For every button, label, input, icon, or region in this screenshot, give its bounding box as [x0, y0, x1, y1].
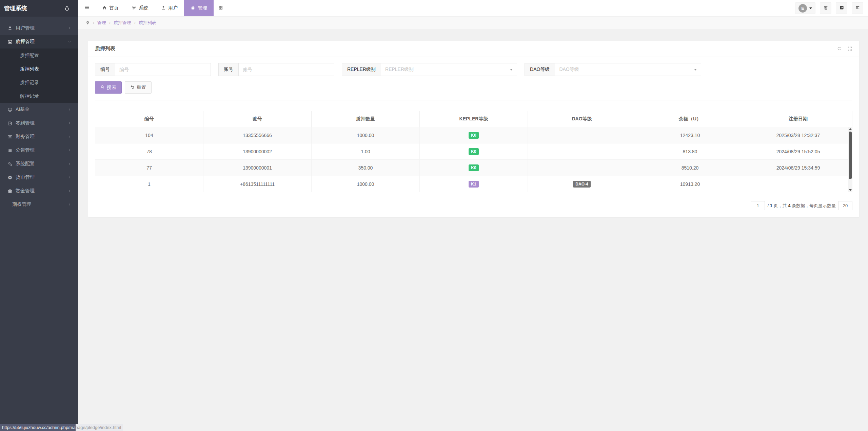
- sidebar-item-财务管理[interactable]: 财务管理: [0, 130, 78, 143]
- cell-balance: 10913.20: [636, 176, 744, 192]
- tab-grid[interactable]: [214, 0, 228, 16]
- nav-tab-首页[interactable]: 首页: [96, 0, 125, 16]
- breadcrumb: › 管理 › 质押管理 › 质押列表: [78, 17, 868, 29]
- breadcrumb-item[interactable]: 质押列表: [139, 20, 156, 26]
- caret-down-icon: [809, 7, 812, 9]
- droplet-icon: [64, 5, 70, 11]
- kepler-level-select[interactable]: REPLER级别: [381, 63, 517, 76]
- reset-button-label: 重置: [137, 84, 146, 91]
- scrollbar-thumb[interactable]: [849, 132, 852, 179]
- main-column: 首页系统用户管理 E: [78, 0, 868, 431]
- id-input[interactable]: [115, 63, 211, 76]
- top-navbar: 首页系统用户管理 E: [78, 0, 868, 17]
- cell-id: 104: [95, 127, 203, 143]
- sidebar-item-签到管理[interactable]: 签到管理: [0, 116, 78, 130]
- cell-dao: [528, 127, 636, 143]
- filter-kepler: REPLER级别 REPLER级别: [342, 63, 517, 76]
- table-row: 1+86135111111111000.00K1DAO-410913.20: [95, 176, 852, 192]
- scroll-up-icon[interactable]: [848, 127, 852, 131]
- cell-amount: 1000.00: [312, 176, 420, 192]
- table-row: 7713900000001350.00K08510.202024/08/29 1…: [95, 160, 852, 176]
- cell-date: 2024/08/29 15:34:59: [744, 160, 852, 176]
- sidebar-group: P货币管理: [0, 171, 78, 184]
- cell-id: 77: [95, 160, 203, 176]
- dao-level-select[interactable]: DAO等级: [555, 63, 701, 76]
- chevron-left-icon: [68, 121, 71, 125]
- search-button[interactable]: 搜索: [95, 81, 122, 94]
- sidebar-item-label: 赏金管理: [16, 188, 35, 194]
- cell-account: 13900000001: [203, 160, 312, 176]
- kepler-select-placeholder: REPLER级别: [385, 66, 414, 73]
- sidebar-item-货币管理[interactable]: P货币管理: [0, 171, 78, 184]
- card-header: 质押列表: [88, 41, 859, 57]
- sidebar-item-系统配置[interactable]: 系统配置: [0, 157, 78, 171]
- submenu-item-质押记录[interactable]: 质押记录: [0, 76, 78, 89]
- kepler-level-badge: K1: [469, 181, 478, 188]
- account-input[interactable]: [238, 63, 334, 76]
- cell-amount: 1.00: [312, 143, 420, 160]
- filter-account-label: 账号: [218, 63, 238, 76]
- chevron-left-icon: [68, 135, 71, 138]
- sidebar-item-用户管理[interactable]: 用户管理: [0, 21, 78, 35]
- sidebar-group: 财务管理: [0, 130, 78, 143]
- card-icon: [7, 39, 13, 44]
- chevron-left-icon: [68, 189, 71, 193]
- gift-icon: [7, 189, 13, 194]
- chevron-left-icon: [68, 203, 71, 206]
- open-external-button[interactable]: [836, 2, 847, 14]
- breadcrumb-separator: ›: [109, 20, 111, 25]
- menu-icon: [84, 5, 90, 12]
- pledge-table: 编号账号质押数量KEPLER等级DAO等级余额（U）注册日期 104133555…: [95, 111, 852, 192]
- more-menu-button[interactable]: [852, 2, 863, 14]
- sidebar-toggle-button[interactable]: [78, 0, 96, 16]
- nav-tab-用户[interactable]: 用户: [155, 0, 184, 16]
- table-scrollbar[interactable]: [848, 127, 852, 192]
- refresh-icon[interactable]: [837, 46, 842, 51]
- sidebar-item-期权管理[interactable]: 期权管理: [0, 198, 78, 211]
- filter-row: 编号 账号 REPLER级别 REPLER级别: [95, 63, 852, 76]
- card-tools: [837, 46, 852, 51]
- cell-date: 2025/03/28 12:32:37: [744, 127, 852, 143]
- location-pin-icon: [85, 21, 90, 25]
- sidebar-item-label: 用户管理: [16, 25, 35, 31]
- submenu-item-解押记录[interactable]: 解押记录: [0, 89, 78, 103]
- cell-account: +8613511111111: [203, 176, 312, 192]
- pledge-list-card: 质押列表 编号 账号: [88, 41, 859, 217]
- nav-tab-label: 管理: [198, 5, 207, 11]
- submenu-item-质押配置[interactable]: 质押配置: [0, 48, 78, 62]
- breadcrumb-separator: ›: [134, 20, 136, 25]
- bag-icon: [191, 5, 195, 11]
- page-size-input[interactable]: [838, 201, 852, 210]
- sidebar-item-公告管理[interactable]: 公告管理: [0, 143, 78, 157]
- sidebar-item-质押管理[interactable]: 质押管理: [0, 35, 78, 48]
- user-icon: [161, 5, 166, 11]
- user-icon: [7, 26, 13, 31]
- breadcrumb-item[interactable]: 质押管理: [114, 20, 131, 26]
- page-number-input[interactable]: [751, 201, 765, 210]
- breadcrumb-item[interactable]: 管理: [97, 20, 106, 26]
- admin-app: 管理系统 用户管理质押管理质押配置质押列表质押记录解押记录AI基金签到管理财务管…: [0, 0, 868, 431]
- select-caret-icon: [694, 69, 697, 71]
- fullscreen-icon[interactable]: [847, 46, 852, 51]
- sidebar-item-AI基金[interactable]: AI基金: [0, 103, 78, 116]
- chevron-left-icon: [68, 26, 71, 30]
- scroll-down-icon[interactable]: [848, 188, 852, 192]
- column-header: 账号: [203, 111, 312, 127]
- kepler-level-badge: K0: [469, 148, 478, 155]
- sidebar-item-赏金管理[interactable]: 赏金管理: [0, 184, 78, 198]
- kepler-level-badge: K0: [469, 164, 478, 171]
- nav-tab-系统[interactable]: 系统: [125, 0, 155, 16]
- filter-id-label: 编号: [95, 63, 115, 76]
- submenu-item-质押列表[interactable]: 质押列表: [0, 62, 78, 76]
- user-menu-button[interactable]: E: [795, 2, 815, 14]
- cell-balance: 8510.20: [636, 160, 744, 176]
- column-header: KEPLER等级: [420, 111, 528, 127]
- column-header: DAO等级: [528, 111, 636, 127]
- nav-tab-管理[interactable]: 管理: [184, 0, 214, 16]
- gear-icon: [132, 5, 136, 11]
- cell-amount: 350.00: [312, 160, 420, 176]
- chevron-left-icon: [68, 108, 71, 111]
- filter-id: 编号: [95, 63, 211, 76]
- reset-button[interactable]: 重置: [125, 81, 152, 94]
- clear-cache-button[interactable]: [820, 2, 831, 14]
